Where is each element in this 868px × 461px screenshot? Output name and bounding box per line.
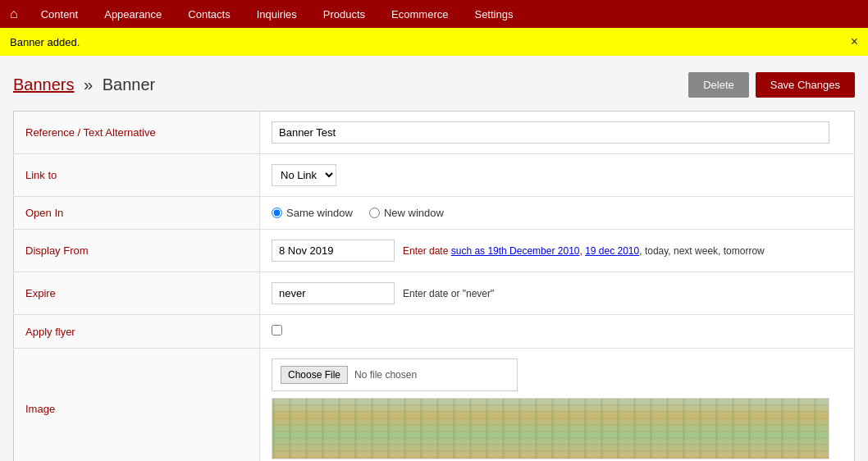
display-from-input[interactable] <box>272 240 395 262</box>
nav-item-ecommerce[interactable]: Ecommerce <box>378 0 461 28</box>
nav-item-contacts[interactable]: Contacts <box>175 0 243 28</box>
breadcrumb-link[interactable]: Banners <box>13 75 75 94</box>
link-to-select[interactable]: No Link URL Page <box>272 164 336 186</box>
label-link-to: Link to <box>14 154 260 197</box>
no-file-label: No file chosen <box>354 369 417 381</box>
label-reference: Reference / Text Alternative <box>14 112 260 154</box>
expire-input[interactable] <box>272 282 395 304</box>
notification-message: Banner added. <box>10 36 80 48</box>
label-apply-flyer: Apply flyer <box>14 315 260 349</box>
image-preview <box>272 398 829 459</box>
image-preview-inner <box>272 399 829 459</box>
page-content: Banners » Banner Delete Save Changes Ref… <box>0 56 868 461</box>
same-window-text: Same window <box>286 207 353 219</box>
nav-item-appearance[interactable]: Appearance <box>91 0 175 28</box>
nav-item-settings[interactable]: Settings <box>461 0 526 28</box>
cell-link-to: No Link URL Page <box>260 154 855 197</box>
hint-link1[interactable]: such as 19th December 2010 <box>451 245 580 257</box>
hint-post: , today, next week, tomorrow <box>639 245 765 257</box>
row-link-to: Link to No Link URL Page <box>14 154 855 197</box>
page-header: Banners » Banner Delete Save Changes <box>13 72 855 98</box>
cell-image: Choose File No file chosen <box>260 349 855 462</box>
form-table: Reference / Text Alternative Link to No … <box>13 111 855 461</box>
row-reference: Reference / Text Alternative <box>14 112 855 154</box>
display-from-row: Enter date such as 19th December 2010, 1… <box>272 240 843 262</box>
row-image: Image Choose File No file chosen <box>14 349 855 462</box>
expire-hint: Enter date or "never" <box>403 288 494 299</box>
breadcrumb: Banners » Banner <box>13 75 155 94</box>
nav-item-products[interactable]: Products <box>310 0 378 28</box>
action-buttons: Delete Save Changes <box>688 72 855 98</box>
home-icon[interactable]: ⌂ <box>0 7 28 21</box>
cell-apply-flyer <box>260 315 855 349</box>
row-open-in: Open In Same window New window <box>14 197 855 230</box>
label-expire: Expire <box>14 272 260 315</box>
label-open-in: Open In <box>14 197 260 230</box>
choose-file-button[interactable]: Choose File <box>281 366 348 384</box>
label-display-from: Display From <box>14 230 260 272</box>
nav-item-inquiries[interactable]: Inquiries <box>244 0 310 28</box>
nav-item-content[interactable]: Content <box>28 0 92 28</box>
new-window-label[interactable]: New window <box>369 207 444 219</box>
new-window-radio[interactable] <box>369 208 380 218</box>
cell-reference <box>260 112 855 154</box>
open-in-radio-group: Same window New window <box>272 207 843 219</box>
row-display-from: Display From Enter date such as 19th Dec… <box>14 230 855 272</box>
cell-expire: Enter date or "never" <box>260 272 855 315</box>
same-window-radio[interactable] <box>272 208 282 218</box>
cell-open-in: Same window New window <box>260 197 855 230</box>
label-image: Image <box>14 349 260 462</box>
file-input-area: Choose File No file chosen <box>272 358 518 391</box>
save-changes-button[interactable]: Save Changes <box>756 72 855 98</box>
row-apply-flyer: Apply flyer <box>14 315 855 349</box>
same-window-label[interactable]: Same window <box>272 207 353 219</box>
delete-button[interactable]: Delete <box>688 72 749 98</box>
display-from-hint: Enter date such as 19th December 2010, 1… <box>403 245 765 257</box>
expire-row: Enter date or "never" <box>272 282 843 304</box>
notification-close-button[interactable]: × <box>851 34 858 49</box>
hint-pre: Enter date <box>403 245 451 257</box>
notification-bar: Banner added. × <box>0 28 868 56</box>
breadcrumb-current: Banner <box>103 75 156 94</box>
reference-input[interactable] <box>272 121 829 144</box>
cell-display-from: Enter date such as 19th December 2010, 1… <box>260 230 855 272</box>
new-window-text: New window <box>384 207 444 219</box>
apply-flyer-checkbox[interactable] <box>272 325 282 335</box>
hint-link2[interactable]: 19 dec 2010 <box>585 245 639 257</box>
top-navigation: ⌂ Content Appearance Contacts Inquiries … <box>0 0 868 28</box>
breadcrumb-separator: » <box>84 75 93 94</box>
row-expire: Expire Enter date or "never" <box>14 272 855 315</box>
